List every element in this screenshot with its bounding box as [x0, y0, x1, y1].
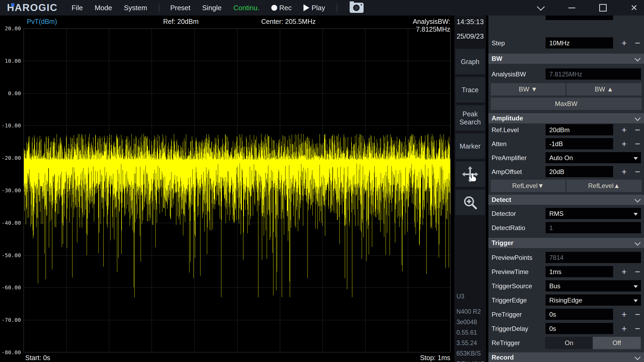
y-tick-label: -30.00: [0, 187, 21, 194]
peak-search-button-label: Peak Search: [458, 110, 482, 126]
pvt-plot-canvas[interactable]: [24, 28, 451, 352]
trigger-section-title: Trigger: [492, 238, 513, 248]
menu-item-mode[interactable]: Mode: [95, 4, 112, 12]
pre-trigger-input[interactable]: 0s: [545, 308, 613, 320]
menu-item-rec[interactable]: Rec: [271, 4, 292, 12]
preview-points-row: PreviewPoints 7814: [488, 252, 644, 264]
ref-level-label: Ref.Level: [492, 124, 519, 136]
step-increment-button[interactable]: +: [618, 37, 630, 49]
dropdown-caret-icon: [634, 213, 638, 216]
atten-label: Atten: [492, 138, 507, 150]
logo-blue-square: [11, 3, 14, 6]
amplitude-section-title: Amplitude: [492, 113, 523, 123]
preview-points-input[interactable]: 7814: [545, 252, 641, 263]
amp-offset-decrement-button[interactable]: −: [632, 166, 643, 178]
step-decrement-button[interactable]: −: [632, 37, 643, 49]
re-trigger-on-option[interactable]: On: [545, 337, 593, 349]
graph-button[interactable]: Graph: [455, 49, 485, 74]
preview-time-decrement-button[interactable]: −: [632, 266, 643, 278]
menu-item-preset[interactable]: Preset: [170, 4, 190, 12]
amp-offset-increment-button[interactable]: +: [618, 166, 630, 178]
bw-up-button[interactable]: BW ▲: [566, 83, 642, 95]
max-bw-row: MaxBW: [488, 98, 644, 110]
menu-item-system[interactable]: System: [124, 4, 147, 12]
section-header-bw[interactable]: BW: [488, 54, 644, 64]
detect-ratio-input[interactable]: 1: [545, 222, 641, 234]
atten-input[interactable]: -1dB: [545, 138, 613, 150]
x-axis-start-label: Start: 0s: [25, 354, 50, 362]
detector-label: Detector: [492, 208, 516, 220]
detector-select[interactable]: RMS: [545, 208, 641, 219]
ref-level-decrement-button[interactable]: −: [632, 124, 643, 136]
device-version-2: 3.55.24: [456, 338, 486, 348]
trace-button[interactable]: Trace: [455, 77, 485, 102]
trigger-delay-input[interactable]: 0s: [545, 323, 613, 334]
pre-trigger-decrement-button[interactable]: −: [632, 308, 643, 321]
pre-trigger-label: PreTrigger: [492, 308, 522, 321]
amp-offset-input[interactable]: 20dB: [545, 166, 613, 178]
screenshot-camera-button[interactable]: [350, 3, 364, 13]
peak-search-button[interactable]: Peak Search: [455, 105, 485, 131]
re-trigger-off-option[interactable]: Off: [593, 337, 641, 349]
ref-level-up-button[interactable]: RefLevel▲: [566, 180, 642, 192]
y-tick-label: 20.00: [0, 25, 21, 32]
menu-item-file[interactable]: File: [72, 4, 83, 12]
bw-section-title: BW: [492, 54, 502, 64]
scrolled-input-sliver: [545, 16, 613, 20]
menu-item-play[interactable]: Play: [303, 4, 325, 12]
chevron-down-icon: [635, 240, 641, 246]
bw-down-button[interactable]: BW ▼: [491, 83, 565, 95]
trigger-source-label: TriggerSource: [492, 280, 532, 292]
ref-level-input[interactable]: 20dBm: [545, 124, 613, 136]
y-tick-label: -70.00: [0, 317, 21, 323]
minimize-button[interactable]: [566, 2, 578, 14]
menu-item-single[interactable]: Single: [202, 4, 222, 12]
section-header-amplitude[interactable]: Amplitude: [488, 113, 644, 123]
close-button[interactable]: ✕: [628, 2, 640, 14]
y-tick-label: -10.00: [0, 122, 21, 129]
chevron-down-icon: [635, 115, 641, 121]
trigger-edge-value: RisingEdge: [549, 297, 582, 304]
chevron-down-icon: [635, 56, 641, 62]
analysis-bw-input[interactable]: 7.8125MHz: [545, 68, 641, 80]
section-header-detect[interactable]: Detect: [488, 195, 644, 205]
ref-level-down-button[interactable]: RefLevel▼: [491, 180, 565, 192]
trigger-delay-decrement-button[interactable]: −: [632, 323, 643, 335]
trigger-delay-label: TriggerDelay: [492, 323, 528, 335]
section-header-record[interactable]: Record: [488, 352, 644, 362]
pan-mode-button[interactable]: [455, 161, 485, 187]
maximize-button[interactable]: [597, 2, 609, 14]
window-controls: ✕: [535, 0, 644, 16]
menu-item-continuous[interactable]: Continu.: [233, 4, 259, 12]
pre-trigger-increment-button[interactable]: +: [618, 308, 630, 321]
date-readout: 25/09/23: [454, 32, 486, 40]
detect-ratio-row: DetectRatio 1: [488, 222, 644, 234]
chevron-down-icon: [635, 197, 641, 203]
preview-time-input[interactable]: 1ms: [545, 266, 613, 278]
preamplifier-select[interactable]: Auto On: [545, 152, 641, 164]
device-version-1: 0.55.61: [456, 327, 486, 338]
pan-move-icon: [462, 166, 479, 183]
trigger-edge-label: TriggerEdge: [492, 294, 527, 306]
amp-offset-label: AmpOffset: [492, 166, 522, 178]
marker-button[interactable]: Marker: [455, 133, 485, 159]
trigger-source-select[interactable]: Bus: [545, 280, 641, 292]
preview-time-increment-button[interactable]: +: [618, 266, 630, 278]
section-header-trigger[interactable]: Trigger: [488, 238, 644, 248]
amp-offset-row: AmpOffset 20dB + −: [488, 166, 644, 178]
clock-readout: 14:35:13: [454, 18, 486, 26]
zoom-mode-button[interactable]: [455, 190, 485, 215]
ref-level-increment-button[interactable]: +: [618, 124, 630, 136]
max-bw-button[interactable]: MaxBW: [491, 98, 642, 110]
trigger-edge-select[interactable]: RisingEdge: [545, 294, 641, 306]
settings-panel: Step 10MHz + − BW AnalysisBW 7.8125MHz B…: [488, 16, 644, 362]
preview-points-label: PreviewPoints: [492, 252, 532, 264]
y-tick-label: -80.00: [0, 349, 21, 356]
trigger-delay-row: TriggerDelay 0s + −: [488, 323, 644, 335]
collapse-button[interactable]: [535, 2, 547, 14]
atten-decrement-button[interactable]: −: [632, 138, 643, 150]
step-input[interactable]: 10MHz: [545, 37, 613, 49]
trigger-delay-increment-button[interactable]: +: [618, 323, 630, 335]
trigger-edge-row: TriggerEdge RisingEdge: [488, 294, 644, 306]
atten-increment-button[interactable]: +: [618, 138, 630, 150]
